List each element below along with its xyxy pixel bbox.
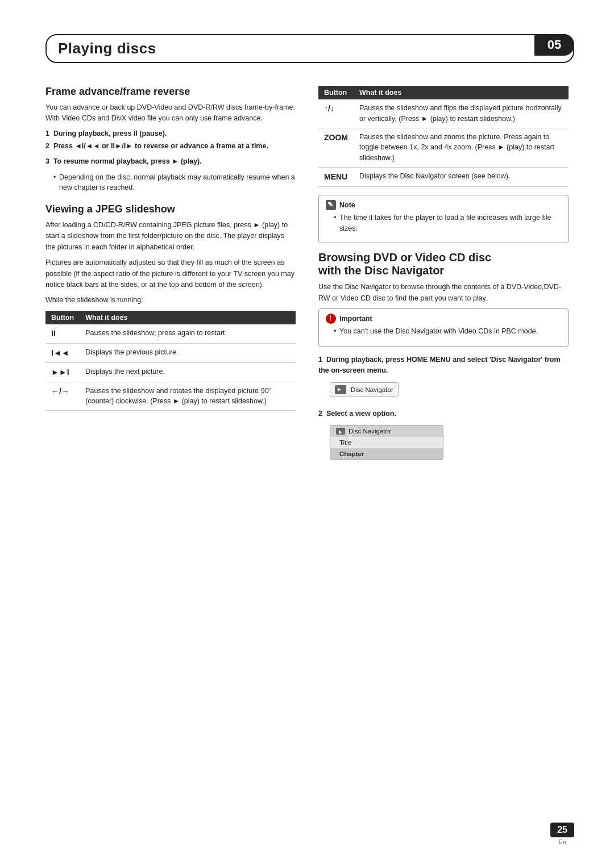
desc-next: Displays the next picture. [80, 362, 296, 382]
jpeg-table: Button What it does II Pauses the slides… [45, 311, 296, 411]
table-row: MENU Displays the Disc Navigator screen … [318, 167, 569, 186]
note-icon [326, 200, 336, 210]
disc-nav-menu-header: Disc Navigator [330, 425, 443, 437]
page-number: 25 [550, 823, 574, 837]
slideshow-table-right: Button What it does ↑/↓ Pauses the slide… [318, 86, 569, 187]
step-2-text: 2 Press ◄I/◄◄ or II►/I► to reverse or ad… [45, 142, 268, 150]
browsing-intro: Use the Disc Navigator to browse through… [318, 282, 569, 304]
desc-menu: Displays the Disc Navigator screen (see … [354, 167, 569, 186]
language-label: En [550, 838, 574, 845]
note-box-title: Note [326, 200, 561, 210]
left-column: Frame advance/frame reverse You can adva… [45, 86, 296, 470]
jpeg-para-2: Pictures are automatically adjusted so t… [45, 257, 296, 290]
table-row: ↑/↓ Pauses the slideshow and flips the d… [318, 99, 569, 128]
disc-navigator-menu: Disc Navigator Title Chapter [330, 425, 443, 460]
disc-nav-title-item[interactable]: Title [330, 437, 443, 448]
important-bullets: You can't use the Disc Navigator with Vi… [326, 326, 561, 337]
browsing-section: Browsing DVD or Video CD disc with the D… [318, 251, 569, 460]
jpeg-para-3: While the slideshow is running: [45, 295, 296, 306]
table-row: II Pauses the slideshow; press again to … [45, 324, 296, 344]
screen-label-1: Disc Navigator [351, 386, 393, 393]
jpeg-table-header-button: Button [45, 311, 80, 324]
important-box-title: Important [326, 314, 561, 324]
note-title-text: Note [339, 201, 355, 209]
step-3-text: 3 To resume normal playback, press ► (pl… [45, 157, 202, 165]
btn-updown: ↑/↓ [318, 99, 354, 128]
desc-rotate: Pauses the slideshow and rotates the dis… [80, 382, 296, 411]
important-title-text: Important [339, 315, 372, 323]
browsing-heading: Browsing DVD or Video CD disc with the D… [318, 251, 569, 277]
right-table-header-what: What it does [354, 86, 569, 99]
right-column: Button What it does ↑/↓ Pauses the slide… [318, 86, 569, 470]
disc-nav-icon-2 [336, 428, 345, 435]
chapter-number: 05 [534, 34, 574, 56]
disc-nav-header-label: Disc Navigator [349, 428, 391, 435]
frame-advance-heading: Frame advance/frame reverse [45, 86, 296, 98]
table-row: ←/→ Pauses the slideshow and rotates the… [45, 382, 296, 411]
frame-advance-section: Frame advance/frame reverse You can adva… [45, 86, 296, 193]
page-footer: 25 En [550, 823, 574, 845]
important-bullet-1: You can't use the Disc Navigator with Vi… [334, 326, 561, 337]
browsing-step-2: 2 Select a view option. [318, 408, 569, 419]
page-title: Playing discs [58, 40, 156, 57]
jpeg-slideshow-section: Viewing a JPEG slideshow After loading a… [45, 203, 296, 411]
btn-pause: II [45, 324, 80, 344]
step-1-num: 1 [45, 130, 53, 137]
desc-zoom: Pauses the slideshow and zooms the pictu… [354, 128, 569, 167]
browsing-step-2-text: 2 Select a view option. [318, 410, 396, 418]
right-table-header-button: Button [318, 86, 354, 99]
table-row: ►►I Displays the next picture. [45, 362, 296, 382]
desc-updown: Pauses the slideshow and flips the displ… [354, 99, 569, 128]
two-column-layout: Frame advance/frame reverse You can adva… [45, 86, 574, 470]
browsing-step-1-text: 1 During playback, press HOME MENU and s… [318, 356, 561, 374]
header-bar: Playing discs 05 [45, 34, 574, 63]
btn-zoom: ZOOM [318, 128, 354, 167]
table-row: ZOOM Pauses the slideshow and zooms the … [318, 128, 569, 167]
btn-prev: I◄◄ [45, 343, 80, 362]
frame-advance-intro: You can advance or back up DVD-Video and… [45, 102, 296, 124]
note-bullet-1: The time it takes for the player to load… [334, 212, 561, 234]
jpeg-table-header-what: What it does [80, 311, 296, 324]
btn-rotate: ←/→ [45, 382, 80, 411]
btn-next: ►►I [45, 362, 80, 382]
btn-menu: MENU [318, 167, 354, 186]
note-bullets: The time it takes for the player to load… [326, 212, 561, 234]
page-container: Playing discs 05 Frame advance/frame rev… [0, 0, 614, 868]
screen-mock-1: Disc Navigator [330, 382, 399, 397]
jpeg-slideshow-heading: Viewing a JPEG slideshow [45, 203, 296, 215]
step-2: 2 Press ◄I/◄◄ or II►/I► to reverse or ad… [45, 141, 296, 152]
step-3-bullet-1: Depending on the disc, normal playback m… [53, 172, 296, 194]
step-1: 1 During playback, press II (pause). [45, 129, 296, 137]
table-row: I◄◄ Displays the previous picture. [45, 343, 296, 362]
step-3: 3 To resume normal playback, press ► (pl… [45, 156, 296, 193]
desc-pause: Pauses the slideshow; press again to res… [80, 324, 296, 344]
note-box: Note The time it takes for the player to… [318, 195, 569, 244]
important-icon [326, 314, 336, 324]
browsing-step-1: 1 During playback, press HOME MENU and s… [318, 354, 569, 377]
jpeg-para-1: After loading a CD/CD-R/RW containing JP… [45, 220, 296, 253]
important-box: Important You can't use the Disc Navigat… [318, 308, 569, 347]
step-1-text: During playback, press II (pause). [53, 130, 167, 137]
disc-nav-chapter-item[interactable]: Chapter [330, 448, 443, 460]
desc-prev: Displays the previous picture. [80, 343, 296, 362]
step-3-bullets: Depending on the disc, normal playback m… [45, 172, 296, 194]
disc-nav-icon-1 [335, 385, 346, 394]
